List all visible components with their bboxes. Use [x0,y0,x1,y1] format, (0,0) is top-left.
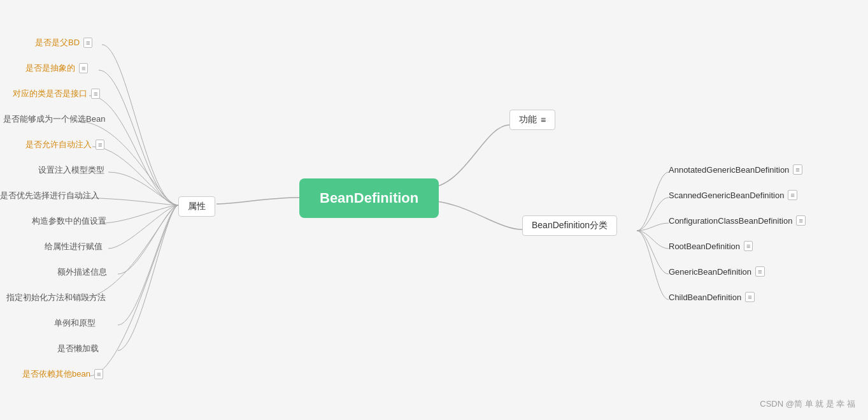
class-r3-icon: ≡ [796,215,805,226]
leaf-l10: 额外描述信息 [57,266,107,278]
leaf-l8: 构造参数中的值设置 [32,215,106,227]
leaf-l3: 对应的类是否是接口 ≡ [13,88,100,99]
leaf-l8-text: 构造参数中的值设置 [32,215,106,227]
leaf-l5-icon: ≡ [96,140,104,150]
class-r3-text: ConfigurationClassBeanDefinition [669,216,792,226]
watermark-text: CSDN @简 单 就 是 幸 福 [760,399,855,409]
leaf-l4: 是否能够成为一个候选Bean [3,113,105,125]
class-r5: GenericBeanDefinition ≡ [669,266,765,277]
branch-func: 功能 ≡ [509,110,555,130]
mind-map: BeanDefinition 属性 功能 ≡ BeanDefinition分类 … [0,0,868,420]
center-label: BeanDefinition [320,190,418,206]
leaf-l1-text: 是否是父BD [35,37,80,48]
class-r2-text: ScannedGenericBeanDefinition [669,191,784,200]
leaf-l5-text: 是否允许自动注入 [25,139,92,150]
class-r4-text: RootBeanDefinition [669,242,740,251]
leaf-l5: 是否允许自动注入 ≡ [25,139,104,150]
leaf-l9-text: 给属性进行赋值 [45,241,103,252]
branch-attr-label: 属性 [188,201,206,212]
leaf-l2-icon: ≡ [79,63,88,73]
branch-func-label: 功能 [519,114,537,126]
leaf-l7: 是否优先选择进行自动注入 [0,190,99,201]
branch-class: BeanDefinition分类 [522,215,617,236]
class-r4-icon: ≡ [744,241,753,251]
branch-attr: 属性 [178,196,215,217]
leaf-l4-text: 是否能够成为一个候选Bean [3,113,105,125]
leaf-l2-text: 是否是抽象的 [25,62,75,74]
leaf-l7-text: 是否优先选择进行自动注入 [0,190,99,201]
leaf-l14: 是否依赖其他bean ≡ [22,368,103,380]
leaf-l12: 单例和原型 [54,317,96,329]
leaf-l1: 是否是父BD ≡ [35,37,92,48]
class-r2-icon: ≡ [788,190,797,200]
class-r3: ConfigurationClassBeanDefinition ≡ [669,215,806,226]
class-r5-icon: ≡ [755,266,764,277]
leaf-l6: 设置注入模型类型 [38,164,104,176]
leaf-l13-text: 是否懒加载 [57,343,99,354]
leaf-l6-text: 设置注入模型类型 [38,164,104,176]
leaf-l13: 是否懒加载 [57,343,99,354]
class-r6-text: ChildBeanDefinition [669,293,741,302]
watermark: CSDN @简 单 就 是 幸 福 [760,398,855,410]
leaf-l11: 指定初始化方法和销毁方法 [6,292,106,303]
class-r6: ChildBeanDefinition ≡ [669,292,755,302]
leaf-l14-icon: ≡ [94,369,103,379]
leaf-l10-text: 额外描述信息 [57,266,107,278]
leaf-l14-text: 是否依赖其他bean [22,368,90,380]
leaf-l9: 给属性进行赋值 [45,241,103,252]
func-icon: ≡ [541,115,546,125]
branch-class-label: BeanDefinition分类 [532,220,608,231]
class-r5-text: GenericBeanDefinition [669,267,751,277]
class-r1: AnnotatedGenericBeanDefinition ≡ [669,164,802,175]
class-r1-icon: ≡ [793,164,802,175]
center-node: BeanDefinition [299,178,439,218]
leaf-l11-text: 指定初始化方法和销毁方法 [6,292,106,303]
leaf-l12-text: 单例和原型 [54,317,96,329]
leaf-l3-icon: ≡ [91,89,100,99]
leaf-l2: 是否是抽象的 ≡ [25,62,88,74]
leaf-l3-text: 对应的类是否是接口 [13,88,87,99]
class-r1-text: AnnotatedGenericBeanDefinition [669,165,789,175]
class-r2: ScannedGenericBeanDefinition ≡ [669,190,797,200]
class-r4: RootBeanDefinition ≡ [669,241,753,251]
leaf-l1-icon: ≡ [83,38,92,48]
class-r6-icon: ≡ [745,292,754,302]
